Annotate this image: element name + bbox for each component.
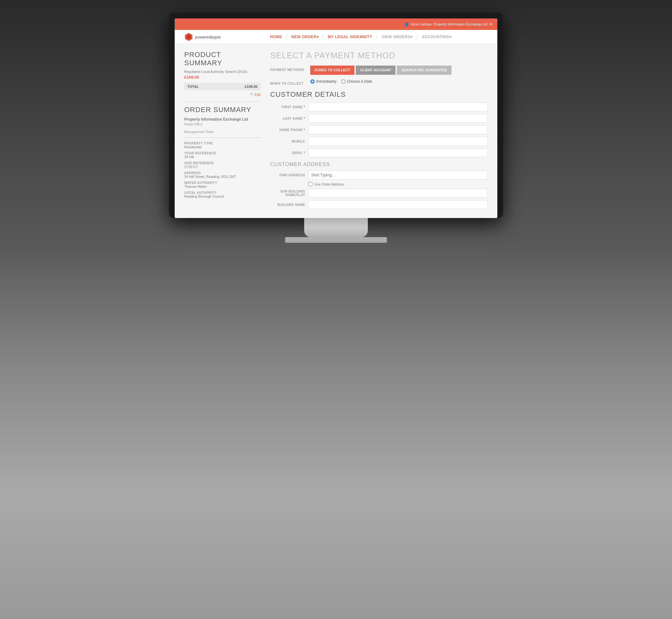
edit-icon: ✎ (250, 92, 253, 96)
choose-date-label: Choose A Date (347, 79, 372, 84)
logo-text: poweredbypie (195, 35, 221, 40)
find-address-row: FIND ADDRESS (270, 170, 488, 180)
total-row: TOTAL £108.00 (184, 83, 260, 90)
first-name-input[interactable] (308, 102, 488, 112)
client-account-button[interactable]: CLIENT ACCOUNT (356, 66, 395, 75)
monitor-base (285, 237, 387, 243)
sub-building-row: SUB BUILDING NAME/FLAT (270, 189, 488, 198)
email-row: EMAIL * (270, 148, 488, 157)
order-summary-title: ORDER SUMMARY (184, 106, 260, 114)
find-address-label: FIND ADDRESS (270, 174, 305, 177)
field-property-type: PROPERTY TYPE Residential (184, 142, 260, 149)
home-phone-label: HOME PHONE * (270, 128, 305, 132)
navbar: poweredbypie HOME NEW ORDER▾ MY LEGAL IN… (175, 30, 497, 44)
nav-accounting[interactable]: ACCOUNTING▾ (418, 35, 456, 39)
nav-view-orders[interactable]: VIEW ORDERS▾ (377, 35, 417, 39)
monitor-stand (304, 218, 368, 237)
find-address-input[interactable] (308, 170, 488, 180)
order-company: Property Information Exchange Ltd (184, 117, 260, 122)
last-name-label: LAST NAME * (270, 117, 305, 120)
logo[interactable]: poweredbypie (184, 32, 221, 42)
nav-links: HOME NEW ORDER▾ MY LEGAL INDEMNITY VIEW … (234, 35, 488, 39)
first-name-row: FIRST NAME * (270, 102, 488, 112)
mobile-label: MOBILE (270, 140, 305, 143)
use-order-checkbox[interactable] (308, 182, 312, 186)
home-phone-row: HOME PHONE * (270, 125, 488, 134)
funds-to-collect-button[interactable]: FUNDS TO COLLECT (310, 66, 355, 75)
first-name-label: FIRST NAME * (270, 105, 305, 109)
edit-link[interactable]: ✎ Edit (184, 92, 260, 96)
choose-date-option[interactable]: Choose A Date (341, 79, 372, 84)
building-name-row: BUILDING NAME (270, 200, 488, 209)
use-order-label: Use Order Address (314, 182, 344, 186)
field-water-authority: WATER AUTHORITY Thames Water (184, 181, 260, 188)
when-to-collect-label: WHEN TO COLLECT (270, 79, 305, 85)
use-order-address-row[interactable]: Use Order Address (308, 182, 488, 186)
total-label: TOTAL (188, 85, 199, 88)
field-our-reference: OUR REFERENCE 1723717 (184, 161, 260, 169)
left-panel: PRODUCT SUMMARY Regulated Local Authorit… (184, 51, 260, 212)
field-local-authority: LOCAL AUTHORITY Reading Borough Council (184, 191, 260, 198)
edit-label: Edit (254, 92, 260, 96)
email-label: EMAIL * (270, 151, 305, 155)
immediately-radio[interactable] (310, 79, 315, 84)
mail-icon: ✉ (490, 22, 492, 26)
product-summary-title: PRODUCT SUMMARY (184, 51, 260, 67)
sub-building-input[interactable] (308, 189, 488, 198)
payment-title: SELECT A PAYMENT METHOD (270, 51, 488, 61)
logo-icon (184, 32, 193, 42)
when-to-collect-options: Immediately Choose A Date (310, 79, 372, 84)
order-team: Management Team (184, 130, 260, 134)
divider (184, 101, 260, 102)
immediately-label: Immediately (316, 79, 337, 84)
top-bar: 👤 Ilaria Galutas, Property Information E… (175, 18, 497, 30)
user-label: Ilaria Galutas, Property Information Exc… (411, 22, 488, 26)
right-panel: SELECT A PAYMENT METHOD PAYMENT METHODS … (270, 51, 488, 212)
search-fee-guarantee-button[interactable]: SEARCH FEE GUARANTEE (397, 66, 451, 75)
mobile-row: MOBILE (270, 137, 488, 146)
last-name-input[interactable] (308, 114, 488, 123)
immediately-option[interactable]: Immediately (310, 79, 337, 84)
field-your-reference: YOUR REFERENCE 34 Hill (184, 151, 260, 159)
last-name-row: LAST NAME * (270, 114, 488, 123)
nav-new-order[interactable]: NEW ORDER▾ (287, 35, 323, 39)
total-value: £108.00 (245, 85, 257, 88)
payment-methods-row: PAYMENT METHODS FUNDS TO COLLECT CLIENT … (270, 66, 488, 75)
user-icon: 👤 (404, 22, 409, 26)
payment-methods-label: PAYMENT METHODS (270, 66, 305, 72)
home-phone-input[interactable] (308, 125, 488, 134)
building-name-label: BUILDING NAME (270, 203, 305, 207)
sub-building-label: SUB BUILDING NAME/FLAT (270, 190, 305, 197)
email-input[interactable] (308, 148, 488, 157)
customer-address-title: CUSTOMER ADDRESS (270, 162, 488, 167)
field-address: ADDRESS 34 Hill Street, Reading, RG1 2NT (184, 171, 260, 179)
product-description: Regulated Local Authority Search (2016) (184, 70, 260, 73)
payment-buttons: FUNDS TO COLLECT CLIENT ACCOUNT SEARCH F… (310, 66, 451, 75)
order-office: Head Office (184, 122, 260, 126)
user-info: 👤 Ilaria Galutas, Property Information E… (404, 22, 492, 26)
when-to-collect-row: WHEN TO COLLECT Immediately Choose A Dat… (270, 79, 488, 85)
choose-date-radio[interactable] (341, 79, 346, 84)
building-name-input[interactable] (308, 200, 488, 209)
nav-home[interactable]: HOME (266, 35, 287, 39)
customer-details-title: CUSTOMER DETAILS (270, 90, 488, 99)
main-content: PRODUCT SUMMARY Regulated Local Authorit… (175, 44, 497, 218)
mobile-input[interactable] (308, 137, 488, 146)
order-fields: PROPERTY TYPE Residential YOUR REFERENCE… (184, 142, 260, 198)
product-price: £108.00 (184, 75, 260, 80)
nav-legal-indemnity[interactable]: MY LEGAL INDEMNITY (323, 35, 377, 39)
order-divider (184, 137, 260, 138)
